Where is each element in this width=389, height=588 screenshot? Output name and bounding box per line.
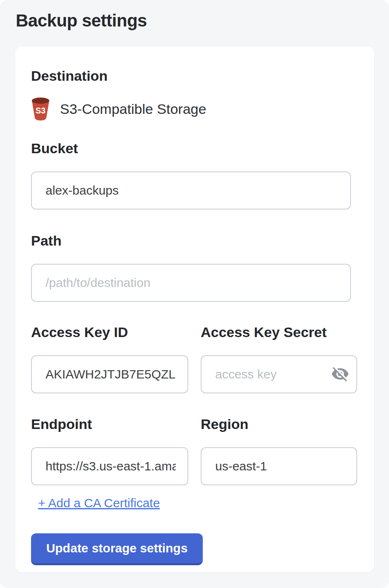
s3-bucket-icon: S3 xyxy=(31,97,50,121)
update-storage-settings-button[interactable]: Update storage settings xyxy=(31,533,203,565)
endpoint-label: Endpoint xyxy=(31,416,188,432)
add-ca-certificate-link[interactable]: + Add a CA Certificate xyxy=(38,496,160,510)
destination-value: S3-Compatible Storage xyxy=(60,101,206,117)
toggle-secret-visibility-button[interactable] xyxy=(331,365,350,384)
region-input[interactable] xyxy=(201,447,357,485)
page-title: Backup settings xyxy=(16,11,147,31)
access-key-secret-field xyxy=(201,355,357,393)
destination-label: Destination xyxy=(31,68,374,84)
eye-off-icon xyxy=(331,378,349,384)
backup-settings-card: Destination S3 S3-Compatible Storage Buc… xyxy=(15,46,374,572)
access-key-id-label: Access Key ID xyxy=(31,324,188,340)
access-key-secret-label: Access Key Secret xyxy=(201,324,357,340)
bucket-input[interactable] xyxy=(31,171,351,210)
region-label: Region xyxy=(201,416,357,432)
bucket-label: Bucket xyxy=(31,140,374,157)
access-key-id-input[interactable] xyxy=(31,355,188,393)
path-input[interactable] xyxy=(31,264,351,302)
endpoint-input[interactable] xyxy=(31,447,188,485)
destination-row: S3 S3-Compatible Storage xyxy=(31,96,374,121)
path-label: Path xyxy=(31,233,374,249)
backup-settings-screen: Backup settings Destination S3 S3-Compat… xyxy=(0,0,389,588)
s3-icon-text: S3 xyxy=(36,106,46,115)
